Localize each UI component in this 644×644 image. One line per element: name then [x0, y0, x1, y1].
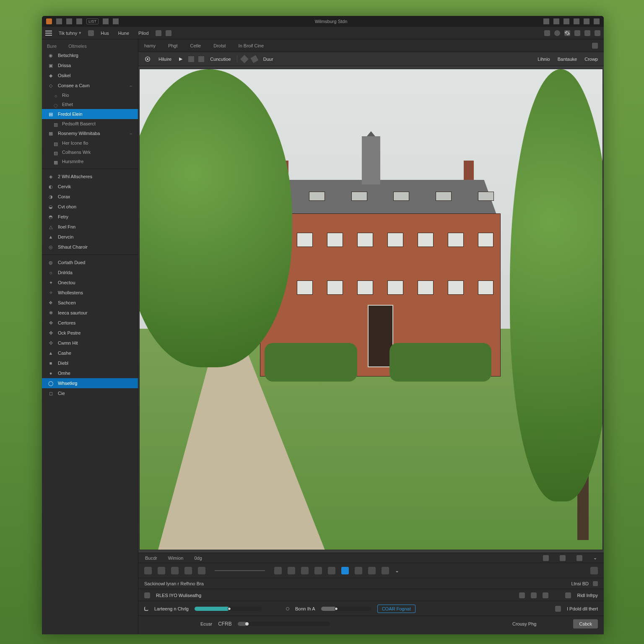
- sidebar-item-31[interactable]: ●Omhe: [42, 368, 138, 378]
- sidebar-item-29[interactable]: ▲Cashe: [42, 348, 138, 358]
- tab-5[interactable]: In Broif Cine: [239, 43, 264, 48]
- sidebar-item-11[interactable]: ▩Hursmnfre: [42, 157, 138, 166]
- tab-3[interactable]: Cetle: [190, 43, 201, 48]
- menu-item-2[interactable]: Hus: [98, 29, 112, 37]
- tab-2[interactable]: Phgt: [168, 43, 178, 48]
- radio-1[interactable]: [286, 607, 289, 610]
- link-icon[interactable]: [555, 606, 561, 612]
- slider-contrast[interactable]: [195, 607, 262, 611]
- frame-icon[interactable]: [188, 56, 194, 62]
- bt-rotate-icon[interactable]: [198, 567, 205, 574]
- sidebar-item-12[interactable]: ◈2 Whl Altscheres: [42, 171, 138, 182]
- menu-item-1[interactable]: Tik tuhny▾: [56, 29, 84, 37]
- sidebar-item-23[interactable]: ✧Whollestens: [42, 288, 138, 298]
- btm-icon-3[interactable]: [576, 555, 582, 561]
- bt-bucket-icon[interactable]: [355, 567, 362, 574]
- save-icon[interactable]: [76, 18, 82, 24]
- canvas[interactable]: [138, 66, 604, 553]
- sidebar-item-24[interactable]: ❖Sachcen: [42, 298, 138, 308]
- gear-icon[interactable]: [564, 30, 570, 36]
- menu-item-3[interactable]: Hune: [116, 29, 132, 37]
- sidebar-item-13[interactable]: ◐Cervik: [42, 182, 138, 192]
- sidebar-item-7[interactable]: ▥Pedsolft Baserct: [42, 119, 138, 128]
- grid-icon[interactable]: [66, 18, 72, 24]
- arrow-ne-icon[interactable]: [250, 55, 258, 63]
- sidebar-item-4[interactable]: ○Rio: [42, 91, 138, 100]
- sidebar-item-1[interactable]: ▣Drissa: [42, 60, 138, 70]
- sidebar-item-33[interactable]: ◻Cie: [42, 388, 138, 398]
- btm-icon-1[interactable]: [543, 555, 549, 561]
- sidebar-item-32[interactable]: ◯Whsetkrg: [42, 378, 138, 388]
- bt-compare-icon[interactable]: [184, 567, 192, 574]
- window-icon[interactable]: [56, 18, 62, 24]
- tool-label-6[interactable]: Crowp: [583, 55, 600, 63]
- tool-label-3[interactable]: Duur: [262, 55, 275, 63]
- sidebar-item-28[interactable]: ✣Cwmn Hit: [42, 338, 138, 348]
- refresh-icon[interactable]: [574, 30, 580, 36]
- sidebar-item-17[interactable]: △Iloel Fnn: [42, 222, 138, 232]
- sidebar-item-9[interactable]: ▧Her Icone fio: [42, 138, 138, 148]
- btm-tab-2[interactable]: Wimion: [168, 556, 184, 561]
- target-tool[interactable]: [143, 55, 153, 64]
- menu-extra-icon-2[interactable]: [166, 30, 171, 36]
- export-icon[interactable]: [113, 18, 119, 24]
- btm-tab-1[interactable]: Bucdr: [145, 556, 157, 561]
- preset-icon[interactable]: [144, 592, 150, 598]
- bt-layers-icon[interactable]: [288, 567, 295, 574]
- bt-move-icon[interactable]: [144, 567, 152, 574]
- adjust-gear-icon[interactable]: [593, 581, 598, 586]
- sidebar-item-2[interactable]: ◆Osikel: [42, 70, 138, 80]
- bt-frame-icon[interactable]: [158, 567, 165, 574]
- sidebar-item-26[interactable]: ✥Certores: [42, 318, 138, 328]
- tab-1[interactable]: hamy: [144, 43, 156, 48]
- sidebar-item-19[interactable]: ◎Sthaut Charoir: [42, 242, 138, 252]
- focus-value[interactable]: CFRB: [218, 621, 232, 627]
- slider-focus[interactable]: [238, 622, 330, 626]
- sidebar-item-30[interactable]: ■Diebl: [42, 358, 138, 368]
- sidebar-item-22[interactable]: ✦Onectou: [42, 278, 138, 288]
- format-chip[interactable]: COAR Fognat: [377, 605, 415, 613]
- sidebar-item-0[interactable]: ◉Betschkrg: [42, 50, 138, 60]
- menu-extra-icon-1[interactable]: [156, 30, 161, 36]
- sidebar-item-5[interactable]: ◌Ethet: [42, 100, 138, 109]
- arrow-nw-icon[interactable]: [240, 55, 249, 63]
- grid-icon-2[interactable]: [519, 592, 525, 598]
- tool-label-2[interactable]: Cuncutioe: [208, 55, 233, 63]
- btm-icon-2[interactable]: [560, 555, 566, 561]
- bt-panel-icon[interactable]: [590, 567, 598, 574]
- sidebar-item-3[interactable]: ◇Consee a Cavn–: [42, 80, 138, 91]
- sidebar-item-6[interactable]: ▤Fredol Elein: [42, 109, 138, 119]
- sidebar-item-16[interactable]: ◓Fetry: [42, 212, 138, 222]
- sidebar-item-20[interactable]: ◍Cortath Dued: [42, 257, 138, 267]
- display-icon[interactable]: [543, 18, 549, 24]
- globe-icon[interactable]: [554, 30, 560, 36]
- layout-icon[interactable]: [103, 18, 109, 24]
- wand-icon[interactable]: [564, 18, 569, 24]
- crop-icon[interactable]: [198, 56, 204, 62]
- chevron-down-icon[interactable]: ⌄: [593, 555, 597, 561]
- bt-fx-icon[interactable]: [341, 567, 349, 574]
- bt-wallet-icon[interactable]: [274, 567, 282, 574]
- menu-item-4[interactable]: Pilod: [136, 29, 151, 37]
- btm-tab-3[interactable]: 0dg: [194, 556, 202, 561]
- panels-icon[interactable]: [584, 30, 590, 36]
- window-controls-icon[interactable]: [595, 30, 600, 36]
- bt-clone-icon[interactable]: [368, 567, 376, 574]
- sidebar-item-14[interactable]: ◑Corax: [42, 192, 138, 202]
- sidebar-item-18[interactable]: ▲Dervcin: [42, 232, 138, 242]
- play-tool[interactable]: ▶: [177, 55, 184, 63]
- slider-mid[interactable]: [321, 607, 371, 611]
- hamburger-icon[interactable]: [45, 31, 52, 36]
- tab-4[interactable]: Drotst: [213, 43, 226, 48]
- sidebar-item-27[interactable]: ✤Ock Pestre: [42, 328, 138, 338]
- bt-chevron-icon[interactable]: ⌄: [395, 568, 399, 574]
- eq-icon[interactable]: [543, 592, 548, 598]
- levels-icon[interactable]: [531, 592, 537, 598]
- tool-label-1[interactable]: Hiluire: [157, 55, 173, 63]
- timeline[interactable]: [215, 570, 265, 571]
- sidebar-item-15[interactable]: ◒Cvt ohon: [42, 202, 138, 212]
- tab-settings-icon[interactable]: [592, 43, 598, 49]
- copy-icon[interactable]: [565, 592, 571, 598]
- edit-icon[interactable]: [88, 30, 94, 36]
- bt-search-icon[interactable]: [301, 567, 309, 574]
